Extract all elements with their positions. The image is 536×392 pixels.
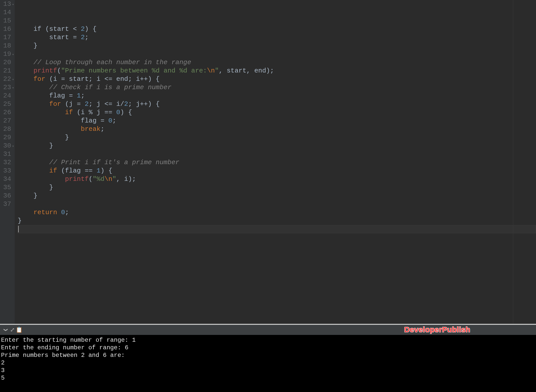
line-number[interactable]: 35	[2, 183, 11, 192]
app-root: 1314151617181920212223242526272829303132…	[0, 0, 536, 392]
line-number[interactable]: 36	[2, 192, 11, 200]
line-number[interactable]: 24	[2, 92, 11, 100]
code-line[interactable]: }	[18, 217, 536, 225]
console-toolbar: ❯⤢📋 DeveloperPublish	[0, 325, 536, 335]
code-line[interactable]: }	[18, 133, 536, 142]
code-line[interactable]: }	[18, 142, 536, 150]
code-line[interactable]	[18, 150, 536, 158]
code-line[interactable]: // Loop through each number in the range	[18, 58, 536, 67]
line-number[interactable]: 28	[2, 125, 11, 133]
line-number[interactable]: 25	[2, 100, 11, 108]
code-line[interactable]: }	[18, 183, 536, 192]
line-number[interactable]: 32	[2, 158, 11, 167]
line-number[interactable]: 29	[2, 133, 11, 142]
code-line[interactable]: if (i % j == 0) {	[18, 108, 536, 117]
line-number-gutter[interactable]: 1314151617181920212223242526272829303132…	[0, 0, 15, 324]
line-number[interactable]: 23	[2, 83, 11, 92]
line-number[interactable]: 33	[2, 167, 11, 175]
code-line[interactable]	[18, 50, 536, 58]
editor-pane: 1314151617181920212223242526272829303132…	[0, 0, 536, 324]
line-number[interactable]: 37	[2, 200, 11, 208]
code-line[interactable]: }	[18, 192, 536, 200]
code-line[interactable]: start = 2;	[18, 33, 536, 42]
line-number[interactable]: 16	[2, 25, 11, 33]
watermark-text: DeveloperPublish	[404, 325, 470, 334]
line-number[interactable]: 17	[2, 33, 11, 42]
code-line[interactable]: // Check if i is a prime number	[18, 83, 536, 92]
line-number[interactable]: 20	[2, 58, 11, 67]
code-line[interactable]: flag = 1;	[18, 92, 536, 100]
line-number[interactable]: 14	[2, 8, 11, 17]
right-margin-guide	[513, 0, 513, 324]
line-number[interactable]: 18	[2, 42, 11, 50]
line-number[interactable]: 31	[2, 150, 11, 158]
line-number[interactable]: 21	[2, 67, 11, 75]
code-line[interactable]: }	[18, 42, 536, 50]
line-number[interactable]: 19	[2, 50, 11, 58]
line-number[interactable]: 15	[2, 17, 11, 25]
line-number[interactable]: 34	[2, 175, 11, 183]
console-output[interactable]: Enter the starting number of range: 1 En…	[0, 335, 536, 392]
line-number[interactable]: 13	[2, 0, 11, 8]
code-line[interactable]: break;	[18, 125, 536, 133]
code-line[interactable]	[18, 200, 536, 208]
code-line[interactable]: if (flag == 1) {	[18, 167, 536, 175]
code-line[interactable]: return 0;	[18, 208, 536, 217]
line-number[interactable]: 26	[2, 108, 11, 117]
code-line[interactable]: printf("%d\n", i);	[18, 175, 536, 183]
code-line[interactable]: flag = 0;	[18, 117, 536, 125]
code-line[interactable]: for (i = start; i <= end; i++) {	[18, 75, 536, 83]
code-line[interactable]: for (j = 2; j <= i/2; j++) {	[18, 100, 536, 108]
line-number[interactable]: 30	[2, 142, 11, 150]
code-area[interactable]: if (start < 2) { start = 2; } // Loop th…	[15, 0, 536, 324]
code-line[interactable]: if (start < 2) {	[18, 25, 536, 33]
copy-icon[interactable]: 📋	[16, 327, 22, 333]
line-number[interactable]: 22	[2, 75, 11, 83]
collapse-icon[interactable]: ❯	[3, 327, 9, 333]
caret	[18, 226, 19, 232]
code-line[interactable]	[18, 225, 536, 233]
code-line[interactable]: printf("Prime numbers between %d and %d …	[18, 67, 536, 75]
line-number[interactable]: 27	[2, 117, 11, 125]
expand-icon[interactable]: ⤢	[9, 327, 16, 333]
code-line[interactable]: // Print i if it's a prime number	[18, 158, 536, 167]
